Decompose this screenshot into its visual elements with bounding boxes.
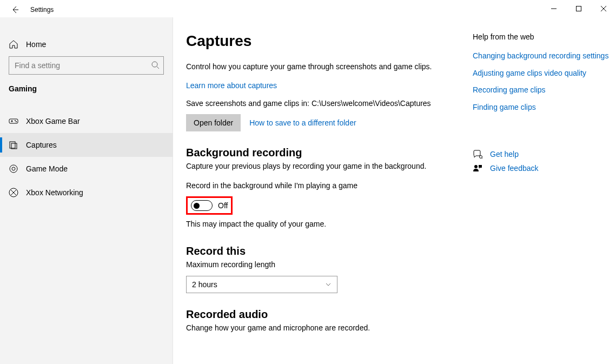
search-wrap bbox=[9, 56, 164, 75]
window-controls bbox=[541, 0, 616, 17]
sidebar-item-xbox-networking[interactable]: Xbox Networking bbox=[0, 181, 173, 204]
recorded-audio-heading: Recorded audio bbox=[186, 308, 456, 321]
record-this-heading: Record this bbox=[186, 245, 456, 257]
toggle-state-label: Off bbox=[218, 201, 228, 210]
sidebar-item-label: Xbox Game Bar bbox=[26, 117, 80, 125]
sidebar: Home Gaming Xbox Game Bar Captures bbox=[0, 17, 173, 364]
titlebar: Settings bbox=[0, 0, 616, 17]
max-length-label: Maximum recording length bbox=[186, 260, 456, 270]
captures-icon bbox=[9, 140, 18, 150]
help-link-bg-recording[interactable]: Changing background recording settings bbox=[473, 51, 613, 62]
back-button[interactable] bbox=[10, 4, 21, 15]
get-help-link[interactable]: Get help bbox=[490, 149, 519, 160]
svg-rect-2 bbox=[577, 6, 581, 11]
get-help-action[interactable]: Get help bbox=[473, 149, 613, 160]
max-length-select[interactable]: 2 hours bbox=[186, 276, 337, 293]
main-layout: Home Gaming Xbox Game Bar Captures bbox=[0, 17, 616, 364]
sidebar-section-label: Gaming bbox=[0, 84, 173, 98]
svg-line-18 bbox=[482, 158, 482, 158]
save-path-label: Save screenshots and game clips in: C:\U… bbox=[186, 98, 456, 109]
close-button[interactable] bbox=[591, 0, 616, 17]
select-value: 2 hours bbox=[192, 280, 217, 289]
svg-point-10 bbox=[15, 120, 16, 121]
toggle-highlight-annotation: Off bbox=[186, 196, 233, 215]
bg-recording-note: This may impact the quality of your game… bbox=[186, 219, 456, 230]
help-icon bbox=[473, 150, 482, 160]
svg-point-17 bbox=[480, 156, 482, 158]
learn-more-link[interactable]: Learn more about captures bbox=[186, 81, 456, 90]
page-title: Captures bbox=[186, 32, 456, 50]
sidebar-item-captures[interactable]: Captures bbox=[0, 133, 173, 157]
xbox-icon bbox=[9, 188, 18, 197]
feedback-icon bbox=[473, 164, 482, 174]
open-folder-button[interactable]: Open folder bbox=[186, 114, 241, 131]
chevron-down-icon bbox=[325, 281, 332, 288]
svg-point-14 bbox=[10, 165, 17, 173]
home-icon bbox=[9, 39, 18, 49]
content-main: Captures Control how you capture your ga… bbox=[186, 32, 456, 364]
game-bar-icon bbox=[9, 116, 18, 126]
arrow-left-icon bbox=[11, 5, 19, 14]
give-feedback-action[interactable]: Give feedback bbox=[473, 163, 613, 174]
svg-rect-20 bbox=[479, 165, 482, 168]
minimize-icon bbox=[551, 6, 557, 11]
help-pane: Help from the web Changing background re… bbox=[473, 32, 613, 364]
search-input[interactable] bbox=[9, 56, 164, 75]
help-link-recording-clips[interactable]: Recording game clips bbox=[473, 85, 613, 96]
sidebar-item-xbox-game-bar[interactable]: Xbox Game Bar bbox=[0, 109, 173, 133]
intro-text: Control how you capture your game throug… bbox=[186, 62, 456, 72]
give-feedback-link[interactable]: Give feedback bbox=[490, 163, 539, 174]
bg-recording-heading: Background recording bbox=[186, 147, 456, 159]
sidebar-item-game-mode[interactable]: Game Mode bbox=[0, 157, 173, 181]
svg-rect-12 bbox=[10, 142, 15, 148]
game-mode-icon bbox=[9, 164, 18, 174]
help-heading: Help from the web bbox=[473, 32, 613, 41]
sidebar-item-label: Home bbox=[26, 40, 46, 49]
content: Captures Control how you capture your ga… bbox=[173, 17, 616, 364]
sidebar-item-home[interactable]: Home bbox=[0, 32, 173, 56]
svg-point-19 bbox=[474, 165, 478, 168]
close-icon bbox=[601, 6, 606, 11]
window-title: Settings bbox=[30, 6, 54, 14]
toggle-knob bbox=[194, 203, 200, 209]
how-to-save-link[interactable]: How to save to a different folder bbox=[249, 118, 356, 127]
svg-point-15 bbox=[12, 167, 15, 170]
bg-toggle-label: Record in the background while I'm playi… bbox=[186, 181, 456, 191]
maximize-icon bbox=[576, 6, 581, 11]
help-link-finding-clips[interactable]: Finding game clips bbox=[473, 102, 613, 113]
svg-rect-7 bbox=[9, 119, 18, 123]
svg-point-11 bbox=[16, 121, 17, 122]
folder-row: Open folder How to save to a different f… bbox=[186, 114, 456, 131]
titlebar-left: Settings bbox=[0, 0, 54, 15]
bg-recording-desc: Capture your previous plays by recording… bbox=[186, 161, 456, 172]
maximize-button[interactable] bbox=[566, 0, 591, 17]
sidebar-item-label: Xbox Networking bbox=[26, 188, 83, 197]
help-link-video-quality[interactable]: Adjusting game clips video quality bbox=[473, 68, 613, 79]
minimize-button[interactable] bbox=[541, 0, 566, 17]
bg-recording-toggle[interactable] bbox=[191, 200, 213, 211]
recorded-audio-desc: Change how your game and microphone are … bbox=[186, 323, 456, 334]
sidebar-item-label: Captures bbox=[26, 141, 57, 149]
sidebar-item-label: Game Mode bbox=[26, 164, 68, 173]
